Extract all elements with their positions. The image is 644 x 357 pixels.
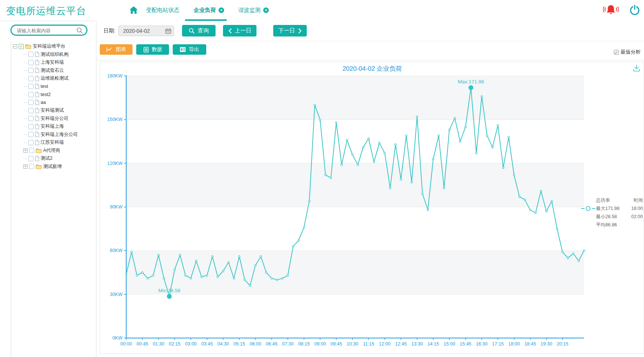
tree-checkbox[interactable] [28, 140, 34, 145]
query-button[interactable]: 查询 [182, 25, 216, 36]
tree-item-2[interactable]: 上海安科瑞 [11, 58, 95, 67]
data-point[interactable] [190, 277, 192, 279]
data-point[interactable] [125, 273, 127, 275]
data-point[interactable] [314, 104, 316, 106]
data-point[interactable] [551, 200, 553, 202]
close-icon[interactable]: × [219, 7, 224, 13]
data-point[interactable] [239, 256, 240, 258]
date-input[interactable] [122, 28, 163, 34]
data-point[interactable] [201, 276, 203, 278]
data-point[interactable] [416, 116, 418, 118]
data-point[interactable] [319, 119, 321, 121]
tree-item-4[interactable]: 运维巡检测试 [11, 74, 95, 83]
data-point[interactable] [228, 261, 230, 263]
tree-checkbox[interactable] [28, 68, 34, 73]
data-point[interactable] [152, 275, 154, 277]
data-point[interactable] [362, 146, 364, 148]
tree-item-7[interactable]: aa [11, 99, 95, 107]
data-point[interactable] [405, 135, 407, 137]
data-point[interactable] [481, 96, 483, 98]
data-point[interactable] [233, 277, 235, 279]
data-point[interactable] [573, 253, 574, 255]
data-point[interactable] [513, 174, 515, 176]
data-point[interactable] [556, 228, 558, 230]
tree-checkbox[interactable]: ✓ [19, 44, 24, 49]
data-point[interactable] [330, 177, 332, 179]
max-point-marker[interactable] [469, 85, 474, 90]
data-point[interactable] [341, 164, 343, 166]
data-view-button[interactable]: 数据 [136, 44, 169, 55]
data-point[interactable] [454, 117, 456, 119]
min-point-marker[interactable] [167, 294, 172, 299]
tree-item-1[interactable]: 测试组织机构 [11, 51, 95, 59]
tree-checkbox[interactable] [28, 100, 34, 105]
data-point[interactable] [540, 190, 542, 192]
data-point[interactable] [567, 257, 569, 259]
data-point[interactable] [389, 187, 391, 189]
tree-item-5[interactable]: test [11, 83, 95, 91]
data-point[interactable] [508, 136, 510, 138]
tree-checkbox[interactable] [28, 108, 34, 113]
data-point[interactable] [497, 125, 499, 127]
tab-substation-status[interactable]: 变配电站状态 [146, 7, 179, 14]
data-point[interactable] [384, 152, 386, 154]
chart-view-button[interactable]: 图表 [100, 44, 133, 55]
data-point[interactable] [465, 126, 466, 128]
data-point[interactable] [185, 275, 186, 277]
tree-item-12[interactable]: 江苏安科瑞 [11, 138, 95, 147]
tree-checkbox[interactable] [28, 76, 34, 81]
tree-item-13[interactable]: +A代理商 [11, 147, 95, 155]
tree-item-9[interactable]: 安科瑞分公司 [11, 115, 95, 123]
alarm-bell-button[interactable] [603, 4, 619, 17]
data-point[interactable] [503, 167, 504, 169]
tree-checkbox[interactable] [28, 156, 34, 161]
expand-icon[interactable]: + [23, 149, 28, 153]
tree-item-15[interactable]: +测试新增 [11, 163, 95, 171]
data-point[interactable] [459, 141, 461, 143]
data-point[interactable] [475, 152, 477, 154]
data-point[interactable] [211, 256, 213, 258]
data-point[interactable] [303, 227, 305, 229]
data-point[interactable] [260, 256, 262, 258]
data-point[interactable] [578, 260, 580, 262]
data-point[interactable] [524, 199, 526, 201]
data-point[interactable] [174, 269, 176, 271]
tree-item-11[interactable]: 安科瑞上海分公司 [11, 131, 95, 139]
data-point[interactable] [271, 277, 272, 279]
data-point[interactable] [163, 277, 165, 279]
collapse-icon[interactable]: − [13, 44, 17, 48]
data-point[interactable] [438, 135, 440, 137]
extreme-analysis-checkbox[interactable]: ✓ [614, 50, 619, 55]
tree-checkbox[interactable] [28, 124, 34, 129]
tree-item-10[interactable]: 安科瑞上海 [11, 122, 95, 131]
tree-checkbox[interactable] [28, 60, 34, 65]
data-point[interactable] [131, 251, 133, 253]
data-point[interactable] [545, 210, 547, 212]
tree-item-3[interactable]: 测试萤石云 [11, 67, 95, 75]
data-point[interactable] [265, 272, 267, 274]
data-point[interactable] [217, 276, 219, 278]
next-day-button[interactable]: 下一日 [273, 25, 307, 36]
data-point[interactable] [206, 275, 208, 277]
data-point[interactable] [411, 181, 413, 183]
data-point[interactable] [249, 285, 251, 287]
data-point[interactable] [276, 279, 278, 281]
data-point[interactable] [492, 146, 494, 148]
tree-item-6[interactable]: test2 [11, 90, 95, 99]
data-point[interactable] [519, 196, 520, 198]
data-point[interactable] [141, 272, 143, 274]
data-point[interactable] [352, 154, 354, 156]
data-point[interactable] [255, 264, 256, 266]
data-point[interactable] [179, 254, 181, 256]
tree-checkbox[interactable] [28, 84, 34, 89]
data-point[interactable] [373, 161, 375, 163]
tree-checkbox[interactable] [29, 164, 34, 169]
data-point[interactable] [346, 139, 348, 141]
data-point[interactable] [357, 164, 359, 166]
data-point[interactable] [222, 270, 224, 272]
expand-icon[interactable]: + [23, 165, 28, 169]
data-point[interactable] [486, 135, 488, 137]
close-icon[interactable]: × [263, 7, 269, 13]
data-point[interactable] [195, 260, 197, 262]
data-point[interactable] [562, 251, 564, 253]
